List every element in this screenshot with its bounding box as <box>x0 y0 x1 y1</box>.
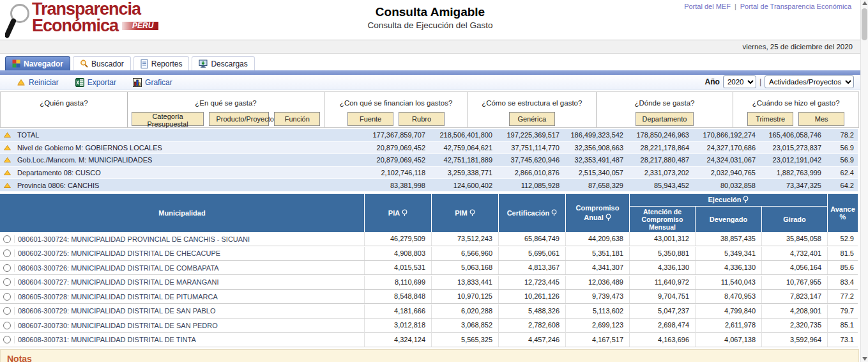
summary-row: Departamento 08: CUSCO 2,102,746,1183,25… <box>0 167 858 180</box>
collapse-triangle-icon[interactable] <box>0 182 14 189</box>
link-portal-transparencia[interactable]: Portal de Transparencia Económica <box>740 3 851 10</box>
filter-button-rubro[interactable]: Rubro <box>399 112 445 126</box>
collapse-triangle-icon[interactable] <box>0 157 14 163</box>
amount-value: 4,336,130 <box>629 261 695 274</box>
collapse-triangle-icon[interactable] <box>0 145 14 151</box>
summary-label: TOTAL <box>14 131 364 139</box>
excel-icon <box>75 78 84 87</box>
amount-value: 44,209,638 <box>565 232 629 246</box>
municipality-name: 080607-300730: MUNICIPALIDAD DISTRITAL D… <box>14 322 364 329</box>
col-certificacion[interactable]: Certificación <box>498 194 565 232</box>
amount-value: 20,879,069,452 <box>364 144 431 152</box>
filter-buttons: Categoría PresupuestalProducto/ProyectoF… <box>128 112 324 126</box>
tab-descargas[interactable]: Descargas <box>192 56 254 70</box>
tab-reportes[interactable]: Reportes <box>133 56 190 70</box>
amount-value: 42,759,064,621 <box>431 144 498 152</box>
municipality-name: 080601-300724: MUNICIPALIDAD PROVINCIAL … <box>14 235 364 243</box>
amount-value: 2,331,073,202 <box>629 169 695 177</box>
col-pia[interactable]: PIA <box>364 194 431 232</box>
filter-button-producto-proyecto[interactable]: Producto/Proyecto <box>209 112 269 126</box>
tab-navegador-label: Navegador <box>24 59 63 68</box>
amount-value: 4,181,666 <box>364 304 431 318</box>
reiniciar-label: Reiniciar <box>29 78 59 87</box>
amount-value: 4,799,840 <box>695 304 761 318</box>
amount-value: 2,102,746,118 <box>364 169 431 177</box>
municipality-name: 080604-300727: MUNICIPALIDAD DISTRITAL D… <box>14 278 364 286</box>
municipality-radio[interactable] <box>3 249 11 257</box>
amount-value: 4,324,124 <box>364 333 431 347</box>
amount-value: 38,857,435 <box>695 232 761 246</box>
filter-question: ¿Dónde se gasta? <box>597 92 733 112</box>
amount-value: 83,381,998 <box>364 182 431 189</box>
table-row: 080603-300726: MUNICIPALIDAD DISTRITAL D… <box>0 261 858 276</box>
amount-value: 5,351,181 <box>565 247 629 260</box>
amount-value: 5,349,341 <box>695 247 761 260</box>
scrollbar-thumb[interactable] <box>862 8 867 40</box>
amount-value: 5,695,061 <box>498 247 565 260</box>
col-compromiso-anual[interactable]: Compromiso Anual <box>565 194 629 232</box>
table-row: 080608-300731: MUNICIPALIDAD DISTRITAL D… <box>0 333 858 347</box>
amount-value: 11,640,972 <box>629 276 695 289</box>
municipality-radio[interactable] <box>3 293 11 301</box>
tab-descargas-label: Descargas <box>211 59 247 68</box>
amount-value: 2,699,123 <box>565 319 629 332</box>
avance-value: 64.2 <box>827 182 858 189</box>
filter-section: ¿Con qué se financian los gastos? Fuente… <box>324 92 468 127</box>
municipality-radio[interactable] <box>3 307 11 315</box>
amount-value: 1,882,763,999 <box>761 169 827 177</box>
amount-value: 2,515,340,057 <box>565 169 629 177</box>
amount-value: 124,600,402 <box>431 182 498 189</box>
year-label: Año <box>705 77 720 86</box>
scroll-down-arrow-icon[interactable] <box>862 357 867 361</box>
search-icon <box>80 59 88 68</box>
municipality-radio[interactable] <box>3 264 11 272</box>
col-ejecucion[interactable]: Ejecución <box>629 194 827 207</box>
collapse-triangle-icon[interactable] <box>0 169 14 176</box>
tab-underline-bar <box>0 70 860 75</box>
tab-navegador[interactable]: Navegador <box>5 56 70 70</box>
avance-value: 52.9 <box>827 232 858 246</box>
municipality-radio[interactable] <box>3 235 11 243</box>
amount-value: 37,745,620,946 <box>498 156 565 164</box>
collapse-triangle-icon[interactable] <box>0 132 14 138</box>
filter-button-mes[interactable]: Mes <box>798 112 844 126</box>
summary-row: TOTAL 177,367,859,707218,506,401,800197,… <box>0 129 858 142</box>
filter-section: ¿Cómo se estructura el gasto? Genérica <box>468 92 596 127</box>
graficar-button[interactable]: Graficar <box>133 78 172 87</box>
municipality-radio[interactable] <box>3 278 11 286</box>
amount-value: 8,110,699 <box>364 276 431 289</box>
municipality-radio[interactable] <box>3 336 11 343</box>
filter-button-departamento[interactable]: Departamento <box>636 112 694 126</box>
amount-value: 73,347,325 <box>761 182 827 189</box>
tab-buscador[interactable]: Buscador <box>73 56 131 70</box>
vertical-scrollbar[interactable] <box>860 0 868 362</box>
reiniciar-button[interactable]: Reiniciar <box>17 78 59 87</box>
filter-button-funci-n[interactable]: Función <box>274 112 320 126</box>
amount-value: 28,221,178,864 <box>629 144 695 152</box>
municipality-name: 080608-300731: MUNICIPALIDAD DISTRITAL D… <box>14 336 364 343</box>
filter-button-trimestre[interactable]: Trimestre <box>747 112 793 126</box>
amount-value: 4,056,164 <box>761 261 827 274</box>
amount-value: 5,047,237 <box>629 304 695 318</box>
category-select[interactable]: Actividades/Proyectos <box>765 75 854 88</box>
municipality-radio[interactable] <box>3 322 11 329</box>
amount-value: 65,864,749 <box>498 232 565 246</box>
amount-value: 197,225,369,517 <box>498 131 565 139</box>
exportar-button[interactable]: Exportar <box>75 78 116 87</box>
amount-value: 24,324,031,067 <box>695 156 761 164</box>
amount-value: 4,015,531 <box>364 261 431 274</box>
filter-button-fuente[interactable]: Fuente <box>347 112 393 126</box>
scroll-up-arrow-icon[interactable] <box>862 1 867 5</box>
link-portal-mef[interactable]: Portal del MEF <box>684 3 731 10</box>
col-pim[interactable]: PIM <box>431 194 498 232</box>
filter-button-gen-rica[interactable]: Genérica <box>509 112 555 126</box>
municipality-name: 080602-300725: MUNICIPALIDAD DISTRITAL D… <box>14 249 364 257</box>
filter-section: ¿En qué se gasta? Categoría Presupuestal… <box>127 92 324 127</box>
amount-value: 7,823,147 <box>761 290 827 303</box>
table-row: 080606-300729: MUNICIPALIDAD DISTRITAL D… <box>0 304 858 319</box>
filter-button-categor-a-presupuestal[interactable]: Categoría Presupuestal <box>132 112 204 126</box>
col-girado: Girado <box>761 207 827 232</box>
col-avance: Avance % <box>827 194 858 232</box>
year-select[interactable]: 2020 <box>723 75 756 88</box>
col-atencion-compromiso: Atención de Compromiso Mensual <box>629 207 695 232</box>
